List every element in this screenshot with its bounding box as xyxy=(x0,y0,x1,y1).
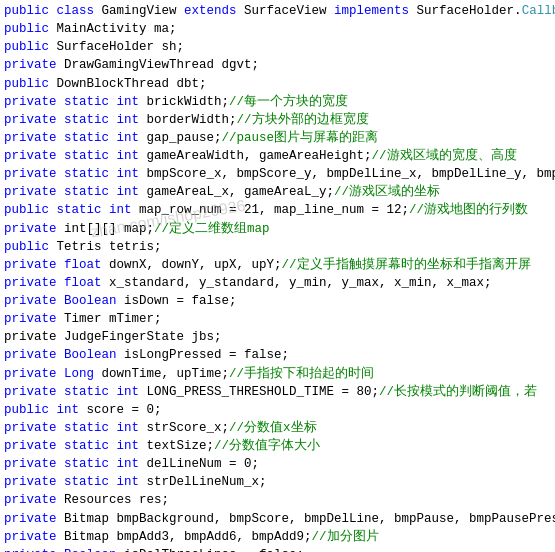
code-line: private Boolean isDelThreeLines = false; xyxy=(4,546,551,552)
code-content: public class GamingView extends SurfaceV… xyxy=(4,2,551,552)
code-line: private DrawGamingViewThread dgvt; xyxy=(4,56,551,74)
code-line: public DownBlockThread dbt; xyxy=(4,75,551,93)
code-line: private int[][] map;//定义二维数组map xyxy=(4,220,551,238)
code-line: public int score = 0; xyxy=(4,401,551,419)
code-line: public Tetris tetris; xyxy=(4,238,551,256)
code-line: private Resources res; xyxy=(4,491,551,509)
code-line: private Boolean isLongPressed = false; xyxy=(4,346,551,364)
code-line: private static int gameAreaL_x, gameArea… xyxy=(4,183,551,201)
code-line: public SurfaceHolder sh; xyxy=(4,38,551,56)
code-line: private Long downTime, upTime;//手指按下和抬起的… xyxy=(4,365,551,383)
code-editor: zhan.com/ishop20926 public class GamingV… xyxy=(0,0,555,552)
code-line: private Timer mTimer; xyxy=(4,310,551,328)
code-line: private static int textSize;//分数值字体大小 xyxy=(4,437,551,455)
code-line: private static int brickWidth;//每一个方块的宽度 xyxy=(4,93,551,111)
code-line: public MainActivity ma; xyxy=(4,20,551,38)
code-line: private Bitmap bmpBackground, bmpScore, … xyxy=(4,510,551,528)
code-line: private static int strDelLineNum_x; xyxy=(4,473,551,491)
code-line: private static int bmpScore_x, bmpScore_… xyxy=(4,165,551,183)
code-line: public class GamingView extends SurfaceV… xyxy=(4,2,551,20)
code-line: private static int gameAreaWidth, gameAr… xyxy=(4,147,551,165)
code-line: public static int map_row_num = 21, map_… xyxy=(4,201,551,219)
code-line: private static int LONG_PRESS_THRESHOLD_… xyxy=(4,383,551,401)
code-line: private Bitmap bmpAdd3, bmpAdd6, bmpAdd9… xyxy=(4,528,551,546)
code-line: private Boolean isDown = false; xyxy=(4,292,551,310)
code-line: private static int borderWidth;//方块外部的边框… xyxy=(4,111,551,129)
code-line: private static int gap_pause;//pause图片与屏… xyxy=(4,129,551,147)
code-line: private JudgeFingerState jbs; xyxy=(4,328,551,346)
code-line: private float downX, downY, upX, upY;//定… xyxy=(4,256,551,274)
code-line: private static int delLineNum = 0; xyxy=(4,455,551,473)
code-line: private static int strScore_x;//分数值x坐标 xyxy=(4,419,551,437)
code-line: private float x_standard, y_standard, y_… xyxy=(4,274,551,292)
